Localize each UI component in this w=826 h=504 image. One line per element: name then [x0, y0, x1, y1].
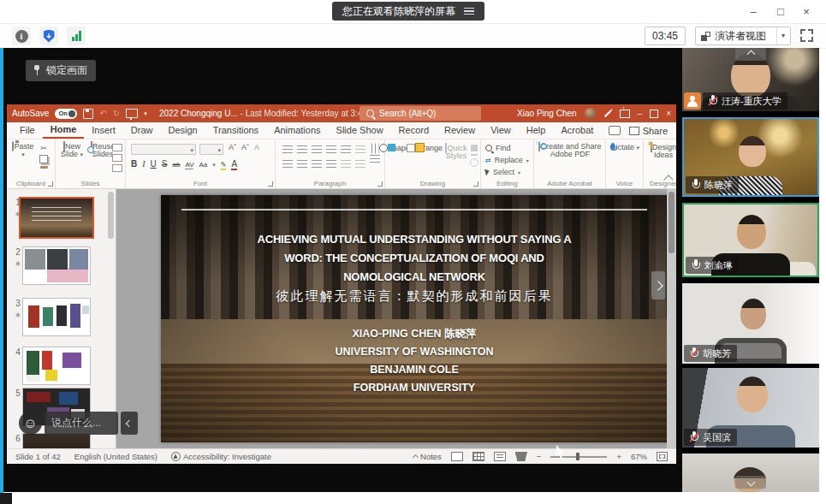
window-close-button[interactable]: ×: [793, 0, 819, 23]
tab-design[interactable]: Design: [160, 123, 205, 138]
font-format-buttons[interactable]: B I U S ab AV Aa ▾ ✎ A: [131, 159, 237, 170]
normal-view-icon[interactable]: [451, 452, 463, 461]
redo-icon[interactable]: ↻: [113, 110, 120, 118]
present-share-icon[interactable]: [620, 110, 630, 118]
fullscreen-icon[interactable]: [800, 29, 813, 42]
ribbon-tab-bar: File Home Insert Draw Design Transitions…: [7, 122, 676, 139]
paragraph-row-1[interactable]: [282, 145, 365, 153]
font-size-combo[interactable]: [199, 144, 223, 155]
slides-minibuttons[interactable]: [112, 144, 122, 172]
tab-transitions[interactable]: Transitions: [205, 123, 266, 138]
tab-help[interactable]: Help: [519, 123, 554, 138]
new-slide-button[interactable]: New Slide ▾: [57, 143, 86, 158]
meeting-info-icon[interactable]: i: [12, 27, 31, 45]
quick-access-caret-icon[interactable]: ▾: [144, 110, 147, 118]
tab-file[interactable]: File: [12, 123, 43, 138]
chat-overlay: ☺ 说点什么...: [19, 412, 138, 435]
clipboard-minibuttons[interactable]: ✂: [39, 144, 48, 169]
design-ideas-button[interactable]: Design Ideas: [646, 144, 680, 159]
reading-view-icon[interactable]: [494, 452, 506, 461]
autosave-toggle[interactable]: On: [55, 109, 77, 119]
collapse-chat-button[interactable]: [121, 412, 138, 435]
chat-input[interactable]: 说点什么...: [45, 412, 118, 435]
slide-text: ACHIEVING MUTUAL UNDERSTANDING WITHOUT S…: [161, 195, 668, 442]
security-shield-icon[interactable]: +: [39, 27, 58, 45]
window-minimize-button[interactable]: –: [740, 0, 766, 23]
participant-tile[interactable]: 汪涛-重庆大学: [682, 48, 819, 111]
search-box[interactable]: Search (Alt+Q): [360, 106, 481, 121]
create-pdf-button[interactable]: Create and Share Adobe PDF: [538, 143, 603, 158]
scroll-down-button[interactable]: [735, 476, 766, 489]
comments-icon[interactable]: [609, 126, 621, 135]
canvas-scrollbar[interactable]: [667, 189, 676, 448]
tab-view[interactable]: View: [483, 123, 519, 138]
participant-tile[interactable]: 吴国滨: [682, 368, 819, 448]
language-status[interactable]: English (United States): [74, 452, 157, 461]
layout-grid-icon: [701, 32, 710, 41]
tab-record[interactable]: Record: [391, 123, 437, 138]
slideshow-view-icon[interactable]: [515, 452, 527, 461]
replace-button[interactable]: ⇄Replace▾: [485, 156, 529, 164]
emoji-button[interactable]: ☺: [19, 412, 42, 435]
slide-sorter-view-icon[interactable]: [472, 452, 484, 461]
network-signal-icon[interactable]: [67, 27, 86, 45]
tab-acrobat[interactable]: Acrobat: [553, 123, 601, 138]
fit-to-window-icon[interactable]: [657, 452, 668, 461]
find-icon: [485, 145, 492, 151]
find-button[interactable]: Find: [485, 144, 529, 152]
paragraph-row-2[interactable]: [282, 160, 365, 168]
share-button[interactable]: Share: [629, 126, 668, 136]
pen-mode-icon[interactable]: [603, 110, 610, 116]
participant-tile[interactable]: 刘渝琳: [682, 203, 819, 277]
tab-insert[interactable]: Insert: [84, 123, 123, 138]
thumbnail-slide-2[interactable]: [22, 246, 91, 285]
thumbnail-slide-6[interactable]: [22, 433, 91, 448]
thumbnail-slide-4[interactable]: [22, 347, 91, 385]
tab-animations[interactable]: Animations: [266, 123, 328, 138]
tab-home[interactable]: Home: [43, 122, 85, 139]
shape-format-minibuttons[interactable]: [470, 145, 478, 167]
arrange-button[interactable]: Arrange: [414, 145, 443, 152]
banner-menu-icon[interactable]: [464, 8, 474, 15]
participant-tile[interactable]: 胡晓芳: [682, 283, 819, 364]
autosave-label: AutoSave: [12, 109, 49, 118]
undo-icon[interactable]: ↶: [99, 110, 106, 118]
window-maximize-button[interactable]: □: [768, 0, 793, 23]
font-name-combo[interactable]: [131, 144, 196, 155]
zoom-in-button[interactable]: +: [616, 452, 621, 461]
font-grow-shrink[interactable]: AˆAˇA: [229, 143, 259, 151]
ppt-close-button[interactable]: ×: [666, 109, 671, 118]
select-button[interactable]: Select▾: [485, 168, 529, 176]
dictate-button[interactable]: Dictate ▾: [609, 144, 640, 151]
user-avatar[interactable]: [585, 108, 596, 119]
tab-review[interactable]: Review: [437, 123, 483, 138]
design-ideas-icon: [651, 142, 652, 152]
notes-toggle[interactable]: Notes: [413, 452, 442, 461]
view-mode-button[interactable]: 演讲者视图 ▾: [695, 27, 791, 45]
ppt-minimize-button[interactable]: –: [638, 109, 643, 118]
slide-author: UNIVERSITY OF WASHINGTON: [161, 343, 668, 361]
accessibility-status[interactable]: Accessibility: Investigate: [171, 452, 271, 461]
scroll-up-button[interactable]: [735, 48, 766, 61]
participant-tile-partial[interactable]: [682, 454, 819, 492]
thumbnail-slide-1[interactable]: [19, 197, 94, 239]
quick-styles-button[interactable]: Quick Styles: [443, 145, 469, 160]
slide-thumbnail-panel: 1 ∗ 2 ∗ 3 ∗ 4 5 6: [7, 189, 116, 448]
watching-banner[interactable]: 您正在观看陈晓萍的屏幕: [332, 2, 484, 21]
next-slide-button[interactable]: [651, 271, 665, 299]
participant-tile[interactable]: 陈晓萍: [682, 117, 819, 197]
current-slide[interactable]: ACHIEVING MUTUAL UNDERSTANDING WITHOUT S…: [161, 195, 668, 442]
lock-screen-button[interactable]: 锁定画面: [26, 60, 96, 81]
start-presentation-icon[interactable]: [126, 109, 138, 118]
tab-draw[interactable]: Draw: [123, 123, 161, 138]
thumbnail-scrollbar[interactable]: [108, 192, 114, 239]
tab-slide-show[interactable]: Slide Show: [329, 123, 391, 138]
paste-button[interactable]: Paste ▾: [10, 143, 36, 158]
zoom-slider-knob[interactable]: [576, 453, 579, 460]
ppt-restore-button[interactable]: [650, 110, 658, 118]
save-icon[interactable]: [83, 109, 93, 119]
zoom-out-button[interactable]: −: [537, 452, 542, 461]
acrobat-group: Create and Share Adobe PDF Adobe Acrobat: [534, 139, 606, 188]
thumbnail-slide-3[interactable]: [22, 298, 91, 336]
meeting-timer: 03:45: [645, 27, 686, 45]
